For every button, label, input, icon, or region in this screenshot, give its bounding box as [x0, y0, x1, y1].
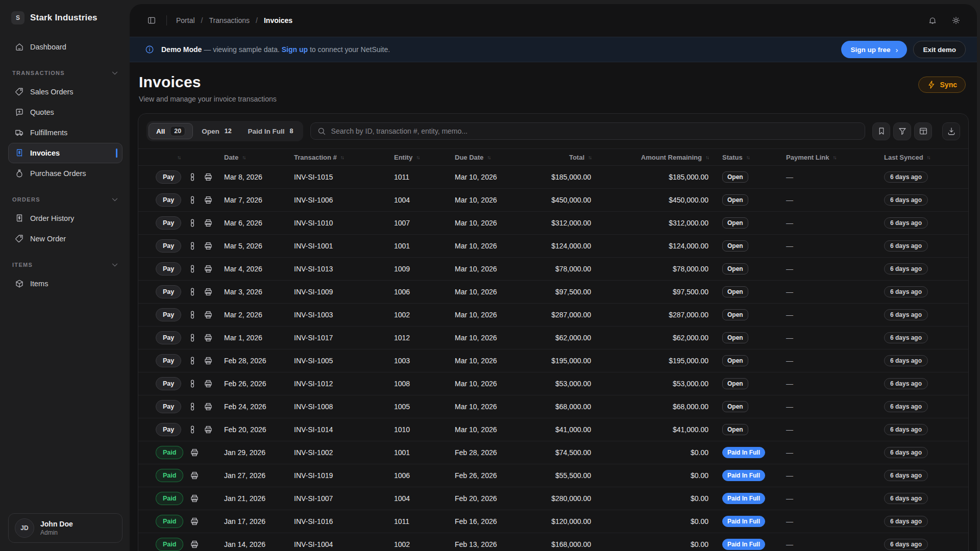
- paid-button[interactable]: Paid: [156, 492, 183, 505]
- exit-demo-button[interactable]: Exit demo: [913, 41, 966, 58]
- sidebar-section-header[interactable]: ITEMS: [8, 260, 122, 273]
- column-header-transaction[interactable]: Transaction #↑↓: [294, 154, 394, 161]
- pay-button[interactable]: Pay: [156, 308, 181, 321]
- printer-icon[interactable]: [204, 287, 213, 296]
- link-icon[interactable]: [188, 287, 197, 296]
- signup-free-button[interactable]: Sign up free ›: [841, 41, 907, 58]
- paid-button[interactable]: Paid: [156, 469, 183, 482]
- printer-icon[interactable]: [204, 379, 213, 388]
- link-icon[interactable]: [188, 356, 197, 365]
- table-row[interactable]: Pay Mar 6, 2026 INV-SI-1010 1007 Mar 10,…: [138, 212, 968, 235]
- pay-button[interactable]: Pay: [156, 285, 181, 298]
- theme-toggle-button[interactable]: [948, 13, 964, 28]
- printer-icon[interactable]: [204, 218, 213, 228]
- breadcrumb-portal[interactable]: Portal: [176, 16, 195, 24]
- notifications-button[interactable]: [925, 13, 940, 28]
- filter-button[interactable]: [893, 122, 911, 140]
- table-row[interactable]: Pay Mar 5, 2026 INV-SI-1001 1001 Mar 10,…: [138, 235, 968, 258]
- printer-icon[interactable]: [190, 540, 199, 549]
- printer-icon[interactable]: [190, 471, 199, 480]
- link-icon[interactable]: [188, 333, 197, 342]
- link-icon[interactable]: [188, 172, 197, 182]
- sidebar-item-fulfillments[interactable]: Fulfillments: [8, 122, 122, 143]
- search-input[interactable]: [331, 127, 859, 135]
- sidebar-toggle-button[interactable]: [144, 13, 159, 28]
- pay-button[interactable]: Pay: [156, 170, 181, 184]
- table-row[interactable]: Paid Jan 14, 2026 INV-SI-1004 1002 Feb 1…: [138, 533, 968, 551]
- pay-button[interactable]: Pay: [156, 239, 181, 253]
- printer-icon[interactable]: [190, 448, 199, 457]
- link-icon[interactable]: [188, 264, 197, 273]
- download-button[interactable]: [942, 122, 960, 140]
- column-header-status[interactable]: Status↑↓: [708, 154, 772, 161]
- pay-button[interactable]: Pay: [156, 216, 181, 230]
- printer-icon[interactable]: [204, 356, 213, 365]
- pay-button[interactable]: Pay: [156, 262, 181, 276]
- printer-icon[interactable]: [204, 241, 213, 251]
- table-row[interactable]: Paid Jan 27, 2026 INV-SI-1019 1006 Feb 2…: [138, 464, 968, 487]
- table-row[interactable]: Pay Feb 24, 2026 INV-SI-1008 1005 Mar 10…: [138, 395, 968, 418]
- pay-button[interactable]: Pay: [156, 377, 181, 390]
- sidebar-item-items[interactable]: Items: [8, 273, 122, 294]
- layout-button[interactable]: [914, 122, 932, 140]
- bookmark-button[interactable]: [872, 122, 890, 140]
- pay-button[interactable]: Pay: [156, 400, 181, 413]
- pay-button[interactable]: Pay: [156, 331, 181, 344]
- paid-button[interactable]: Paid: [156, 446, 183, 459]
- table-row[interactable]: Paid Jan 29, 2026 INV-SI-1002 1001 Feb 2…: [138, 441, 968, 464]
- breadcrumb-transactions[interactable]: Transactions: [209, 16, 250, 24]
- table-row[interactable]: Paid Jan 21, 2026 INV-SI-1007 1004 Feb 2…: [138, 487, 968, 510]
- column-header-total[interactable]: Total↑↓: [536, 154, 591, 161]
- paid-button[interactable]: Paid: [156, 515, 183, 528]
- user-card[interactable]: JD John Doe Admin: [8, 513, 122, 543]
- filter-tab-paid-in-full[interactable]: Paid In Full 8: [240, 123, 301, 139]
- table-row[interactable]: Pay Mar 7, 2026 INV-SI-1006 1004 Mar 10,…: [138, 189, 968, 212]
- table-row[interactable]: Pay Mar 8, 2026 INV-SI-1015 1011 Mar 10,…: [138, 166, 968, 189]
- sidebar-section-header[interactable]: ORDERS: [8, 195, 122, 208]
- pay-button[interactable]: Pay: [156, 354, 181, 367]
- sidebar-item-quotes[interactable]: Quotes: [8, 102, 122, 122]
- link-icon[interactable]: [188, 379, 197, 388]
- filter-tab-open[interactable]: Open 12: [194, 123, 239, 139]
- sidebar-item-new-order[interactable]: New Order: [8, 229, 122, 249]
- printer-icon[interactable]: [204, 402, 213, 411]
- sidebar-item-invoices[interactable]: Invoices: [8, 143, 122, 163]
- sidebar-item-order-history[interactable]: Order History: [8, 208, 122, 229]
- signup-link[interactable]: Sign up: [282, 45, 308, 54]
- table-row[interactable]: Pay Mar 1, 2026 INV-SI-1017 1012 Mar 10,…: [138, 327, 968, 349]
- sidebar-item-dashboard[interactable]: Dashboard: [8, 37, 122, 57]
- pay-button[interactable]: Pay: [156, 193, 181, 207]
- table-row[interactable]: Pay Mar 4, 2026 INV-SI-1013 1009 Mar 10,…: [138, 258, 968, 281]
- printer-icon[interactable]: [204, 264, 213, 273]
- column-header-due-date[interactable]: Due Date↑↓: [455, 154, 536, 161]
- pay-button[interactable]: Pay: [156, 423, 181, 436]
- sync-button[interactable]: Sync: [918, 77, 966, 93]
- table-row[interactable]: Paid Jan 17, 2026 INV-SI-1016 1011 Feb 1…: [138, 510, 968, 533]
- table-row[interactable]: Pay Feb 20, 2026 INV-SI-1014 1010 Mar 10…: [138, 418, 968, 441]
- printer-icon[interactable]: [204, 172, 213, 182]
- link-icon[interactable]: [188, 425, 197, 434]
- table-row[interactable]: Pay Feb 28, 2026 INV-SI-1005 1003 Mar 10…: [138, 349, 968, 372]
- table-row[interactable]: Pay Feb 26, 2026 INV-SI-1012 1008 Mar 10…: [138, 372, 968, 395]
- column-header-date[interactable]: Date↑↓: [224, 154, 294, 161]
- table-row[interactable]: Pay Mar 2, 2026 INV-SI-1003 1002 Mar 10,…: [138, 304, 968, 327]
- link-icon[interactable]: [188, 195, 197, 205]
- paid-button[interactable]: Paid: [156, 538, 183, 551]
- sidebar-section-header[interactable]: TRANSACTIONS: [8, 68, 122, 82]
- printer-icon[interactable]: [204, 333, 213, 342]
- table-row[interactable]: Pay Mar 3, 2026 INV-SI-1009 1006 Mar 10,…: [138, 281, 968, 304]
- column-header-payment-link[interactable]: Payment Link↑↓: [772, 154, 870, 161]
- printer-icon[interactable]: [190, 517, 199, 526]
- link-icon[interactable]: [188, 241, 197, 251]
- filter-tab-all[interactable]: All 20: [149, 123, 193, 139]
- link-icon[interactable]: [188, 402, 197, 411]
- sidebar-item-sales-orders[interactable]: Sales Orders: [8, 82, 122, 102]
- printer-icon[interactable]: [204, 310, 213, 319]
- column-header-entity[interactable]: Entity↑↓: [394, 154, 455, 161]
- printer-icon[interactable]: [204, 195, 213, 205]
- printer-icon[interactable]: [204, 425, 213, 434]
- link-icon[interactable]: [188, 310, 197, 319]
- sidebar-item-purchase-orders[interactable]: Purchase Orders: [8, 163, 122, 184]
- column-header-last-synced[interactable]: Last Synced↑↓: [870, 154, 968, 161]
- column-header-amount-remaining[interactable]: Amount Remaining↑↓: [591, 154, 708, 161]
